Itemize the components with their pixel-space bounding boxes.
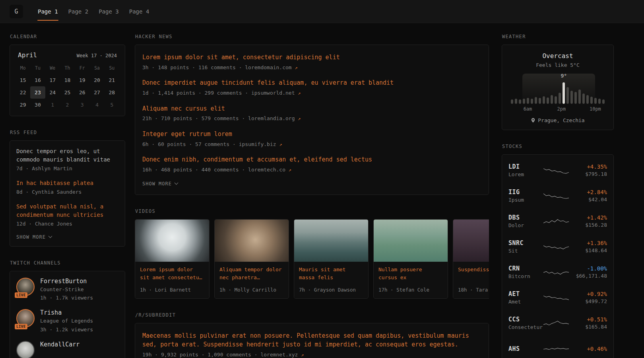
tab-page-4[interactable]: Page 4 bbox=[124, 0, 155, 23]
videos-widget: VIDEOS Lorem ipsum dolor sit amet consec… bbox=[135, 208, 489, 299]
weather-bar bbox=[555, 96, 557, 104]
calendar-date: 27 bbox=[89, 86, 104, 99]
hackernews-show-more-button[interactable]: SHOW MORE bbox=[142, 181, 481, 187]
stock-price: $148.64 bbox=[570, 247, 607, 255]
weather-time-axis: 6am2pm10pm bbox=[511, 106, 605, 113]
video-card[interactable]: Mauris sit amet massa felis7h · Grayson … bbox=[294, 219, 369, 299]
video-card[interactable]: Suspendisse diam18h · Tara bbox=[453, 219, 489, 299]
twitch-widget: TWITCH CHANNELS LIVEForrestBurtonCounter… bbox=[10, 260, 125, 358]
stock-row: AETAmet+0.92%$499.72 bbox=[508, 285, 608, 311]
channel-name[interactable]: Trisha bbox=[40, 309, 93, 316]
news-item-meta: 19h · 9,932 points · 1,090 comments · lo… bbox=[142, 351, 481, 358]
right-column: WEATHER Overcast Feels like 5°C 9° 6am2p… bbox=[502, 34, 614, 358]
weather-bar bbox=[563, 82, 565, 104]
app-logo[interactable]: G bbox=[10, 5, 23, 18]
stock-values: +1.42%$156.28 bbox=[570, 214, 607, 229]
stock-name: Amet bbox=[508, 298, 542, 306]
calendar-week-year: Week 17 · 2024 bbox=[77, 53, 117, 58]
weather-bar bbox=[582, 93, 585, 104]
video-meta: 7h · Grayson Dawson bbox=[299, 283, 363, 294]
rss-item-title[interactable]: Donec tempor eros leo, ut commodo mauris… bbox=[16, 147, 118, 164]
weather-widget: WEATHER Overcast Feels like 5°C 9° 6am2p… bbox=[502, 34, 614, 130]
external-link-icon: ↗ bbox=[295, 65, 298, 70]
channel-name[interactable]: KendallCarr bbox=[40, 341, 80, 348]
stock-sparkline bbox=[542, 242, 570, 252]
stock-sparkline bbox=[542, 191, 570, 201]
stock-ticker: AET bbox=[508, 290, 542, 298]
page-tabs: Page 1Page 2Page 3Page 4 bbox=[33, 0, 154, 23]
stock-price: $165.84 bbox=[570, 323, 607, 331]
weather-bar bbox=[574, 92, 577, 104]
news-item: Integer eget rutrum lorem6h · 60 points … bbox=[142, 130, 481, 148]
calendar-section-title: CALENDAR bbox=[10, 34, 125, 39]
subreddit-section-title: /R/SUBREDDIT bbox=[135, 312, 489, 318]
rss-item-title[interactable]: Sed volutpat nulla nisl, a condimentum n… bbox=[16, 202, 118, 219]
calendar-day-name: Su bbox=[105, 62, 119, 74]
twitch-channel-row: LIVEForrestBurtonCounter-Strike1h · 1.7k… bbox=[16, 278, 118, 302]
external-link-icon: ↗ bbox=[298, 90, 301, 96]
news-item-title[interactable]: Aliquam nec cursus elit bbox=[142, 104, 481, 113]
news-item-title[interactable]: Maecenas mollis pulvinar erat non posuer… bbox=[142, 331, 481, 349]
stock-price: $795.18 bbox=[570, 171, 607, 178]
stock-change: -1.00% bbox=[570, 265, 607, 272]
weather-bar bbox=[570, 91, 573, 104]
tab-page-1[interactable]: Page 1 bbox=[33, 0, 63, 23]
calendar-date: 17 bbox=[45, 74, 60, 86]
weather-hourly-chart: 9° 6am2pm10pm bbox=[508, 74, 607, 113]
rss-items: Donec tempor eros leo, ut commodo mauris… bbox=[16, 147, 118, 228]
weather-time-label: 6am bbox=[524, 106, 532, 112]
calendar-date: 2 bbox=[60, 99, 75, 111]
left-column: CALENDAR April Week 17 · 2024 MoTuWeThFr… bbox=[10, 34, 125, 358]
stock-row: SNRCSit+1.36%$148.64 bbox=[508, 234, 608, 260]
news-item: Donec enim nibh, condimentum et accumsan… bbox=[142, 155, 481, 173]
weather-bar bbox=[547, 97, 549, 104]
tab-page-3[interactable]: Page 3 bbox=[93, 0, 124, 23]
rss-section-title: RSS FEED bbox=[10, 130, 125, 135]
news-item-title[interactable]: Donec enim nibh, condimentum et accumsan… bbox=[142, 155, 481, 164]
middle-column: HACKER NEWS Lorem ipsum dolor sit amet, … bbox=[135, 34, 489, 358]
weather-bar bbox=[515, 99, 517, 104]
news-item-title[interactable]: Donec imperdiet augue tincidunt felis al… bbox=[142, 78, 481, 88]
rss-item-title[interactable]: In hac habitasse platea bbox=[16, 179, 118, 187]
stock-change: +0.46% bbox=[570, 346, 607, 352]
video-card[interactable]: Nullam posuere cursus ex17h · Stefan Col… bbox=[373, 219, 448, 299]
news-item: Maecenas mollis pulvinar erat non posuer… bbox=[142, 331, 481, 358]
weather-bar bbox=[598, 99, 601, 104]
twitch-channel-row: LIVETrishaLeague of Legends3h · 1.2k vie… bbox=[16, 309, 118, 334]
stock-change: +0.51% bbox=[570, 316, 607, 323]
tab-page-2[interactable]: Page 2 bbox=[63, 0, 94, 23]
weather-bar bbox=[511, 99, 513, 104]
hackernews-card: Lorem ipsum dolor sit amet, consectetur … bbox=[135, 45, 489, 195]
video-meta: 1h · Molly Carrillo bbox=[219, 283, 284, 294]
weather-bar bbox=[578, 90, 581, 104]
news-item-title[interactable]: Lorem ipsum dolor sit amet, consectetur … bbox=[142, 53, 481, 62]
rss-show-more-button[interactable]: SHOW MORE bbox=[16, 234, 118, 240]
stock-change: +1.42% bbox=[570, 214, 607, 221]
calendar-date: 26 bbox=[75, 86, 89, 99]
video-card[interactable]: Lorem ipsum dolor sit amet consectetu…1h… bbox=[135, 219, 209, 299]
stock-price: $42.04 bbox=[570, 196, 607, 204]
video-body: Lorem ipsum dolor sit amet consectetu…1h… bbox=[135, 262, 209, 298]
stock-ticker: AHS bbox=[508, 345, 542, 352]
video-card[interactable]: Aliquam tempor dolor nec pharetra…1h · M… bbox=[214, 219, 289, 299]
calendar-date: 3 bbox=[75, 99, 89, 111]
stock-values: +2.84%$42.04 bbox=[570, 189, 607, 204]
video-meta: 18h · Tara bbox=[458, 283, 489, 294]
calendar-date: 25 bbox=[60, 86, 75, 99]
stock-price: $156.28 bbox=[570, 222, 607, 229]
stock-values: +4.35%$795.18 bbox=[570, 163, 607, 178]
weather-bar bbox=[566, 87, 569, 104]
hackernews-items: Lorem ipsum dolor sit amet, consectetur … bbox=[142, 53, 481, 174]
stock-info: IIGIpsum bbox=[508, 189, 542, 204]
video-body: Mauris sit amet massa felis7h · Grayson … bbox=[294, 262, 368, 298]
news-item-title[interactable]: Integer eget rutrum lorem bbox=[142, 130, 481, 139]
calendar-date: 19 bbox=[75, 74, 89, 86]
stock-row: CRNBitcorn-1.00%$66,171.48 bbox=[508, 260, 608, 285]
weather-feels-like: Feels like 5°C bbox=[508, 62, 607, 68]
stock-values: +0.92%$499.72 bbox=[570, 291, 607, 305]
channel-name[interactable]: ForrestBurton bbox=[40, 278, 93, 285]
external-link-icon: ↗ bbox=[289, 167, 291, 173]
news-item: Lorem ipsum dolor sit amet, consectetur … bbox=[142, 53, 481, 71]
news-item-meta: 21h · 710 points · 579 comments · loreml… bbox=[142, 115, 481, 123]
hackernews-section-title: HACKER NEWS bbox=[135, 34, 489, 39]
